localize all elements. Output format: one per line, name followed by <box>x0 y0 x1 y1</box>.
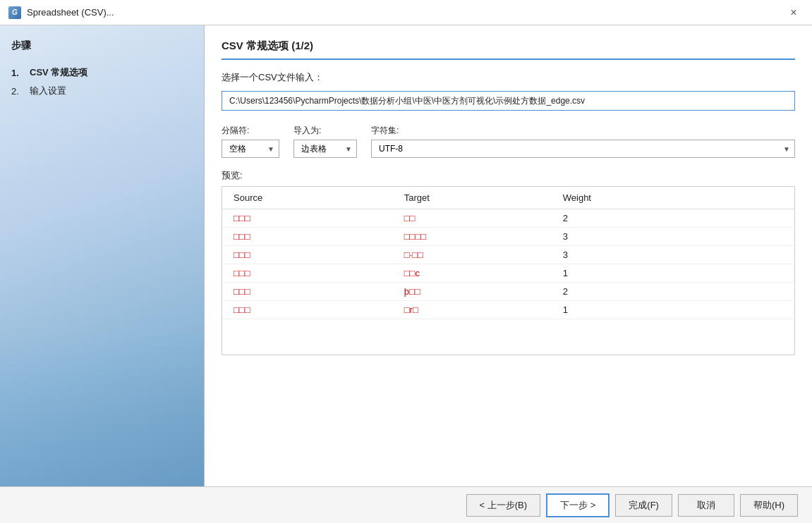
help-button[interactable]: 帮助(H) <box>740 494 798 517</box>
cell-weight-3: 1 <box>552 264 720 283</box>
separator-label: 分隔符: <box>222 125 279 137</box>
preview-table-container[interactable]: Source Target Weight □□□□□2□□□□□□□3□□□□·… <box>222 186 795 355</box>
col-header-source: Source <box>222 187 393 209</box>
cell-extra-2 <box>720 246 794 264</box>
title-bar-title: Spreadsheet (CSV)... <box>27 7 114 18</box>
preview-table: Source Target Weight □□□□□2□□□□□□□3□□□□·… <box>222 187 794 319</box>
import-as-select-wrapper: 边表格 节点表格 ▼ <box>293 140 357 158</box>
step-label-1: CSV 常规选项 <box>30 66 87 79</box>
cell-source-0: □□□ <box>222 209 393 228</box>
title-bar: G Spreadsheet (CSV)... × <box>0 0 812 25</box>
table-row: □□□þ□□2 <box>222 283 794 301</box>
footer: < 上一步(B) 下一步 > 完成(F) 取消 帮助(H) <box>0 486 812 523</box>
main-container: 步骤 1. CSV 常规选项 2. 输入设置 CSV 常规选项 (1/2) 选择… <box>0 25 812 486</box>
separator-select-wrapper: 空格 逗号 分号 制表符 ▼ <box>222 140 279 158</box>
separator-select[interactable]: 空格 逗号 分号 制表符 <box>222 140 279 157</box>
charset-select[interactable]: UTF-8 GBK GB2312 ISO-8859-1 <box>372 140 794 157</box>
cell-source-1: □□□ <box>222 228 393 246</box>
separator-group: 分隔符: 空格 逗号 分号 制表符 ▼ <box>222 125 279 158</box>
file-section: 选择一个CSV文件输入： <box>222 71 795 111</box>
cell-source-5: □□□ <box>222 301 393 319</box>
options-row: 分隔符: 空格 逗号 分号 制表符 ▼ 导入为: 边表格 节点表格 <box>222 125 795 158</box>
col-header-extra <box>720 187 794 209</box>
preview-label: 预览: <box>222 169 795 182</box>
cell-target-5: □r□ <box>393 301 552 319</box>
charset-label: 字符集: <box>371 125 795 137</box>
app-icon: G <box>8 6 21 19</box>
import-as-group: 导入为: 边表格 节点表格 ▼ <box>293 125 357 158</box>
sidebar-steps: 1. CSV 常规选项 2. 输入设置 <box>11 63 193 100</box>
cell-target-1: □□□□ <box>393 228 552 246</box>
title-bar-left: G Spreadsheet (CSV)... <box>8 6 114 19</box>
close-button[interactable]: × <box>784 3 804 23</box>
cancel-button[interactable]: 取消 <box>678 494 734 517</box>
cell-target-3: □□c <box>393 264 552 283</box>
step-num-1: 1. <box>11 68 25 78</box>
cell-weight-2: 3 <box>552 246 720 264</box>
prev-button[interactable]: < 上一步(B) <box>466 494 541 517</box>
cell-source-2: □□□ <box>222 246 393 264</box>
charset-group: 字符集: UTF-8 GBK GB2312 ISO-8859-1 ▼ <box>371 125 795 158</box>
preview-section: 预览: Source Target Weight □□□□□2□□□□□□□3□… <box>222 169 795 472</box>
charset-select-wrapper: UTF-8 GBK GB2312 ISO-8859-1 ▼ <box>371 140 795 158</box>
cell-target-4: þ□□ <box>393 283 552 301</box>
content-header: CSV 常规选项 (1/2) <box>222 39 795 60</box>
sidebar: 步骤 1. CSV 常规选项 2. 输入设置 <box>0 25 205 486</box>
cell-extra-1 <box>720 228 794 246</box>
table-row: □□□□□c1 <box>222 264 794 283</box>
cell-weight-5: 1 <box>552 301 720 319</box>
col-header-target: Target <box>393 187 552 209</box>
finish-button[interactable]: 完成(F) <box>615 494 672 517</box>
cell-weight-0: 2 <box>552 209 720 228</box>
cell-extra-0 <box>720 209 794 228</box>
sidebar-title: 步骤 <box>11 39 193 52</box>
file-label: 选择一个CSV文件输入： <box>222 71 795 84</box>
cell-source-4: □□□ <box>222 283 393 301</box>
table-row: □□□□□□□3 <box>222 228 794 246</box>
cell-extra-4 <box>720 283 794 301</box>
content-area: CSV 常规选项 (1/2) 选择一个CSV文件输入： 分隔符: 空格 逗号 分… <box>205 25 812 486</box>
table-row: □□□□r□1 <box>222 301 794 319</box>
sidebar-background <box>0 331 204 486</box>
step-num-2: 2. <box>11 86 25 97</box>
next-button[interactable]: 下一步 > <box>546 493 610 517</box>
sidebar-step-2: 2. 输入设置 <box>11 82 193 100</box>
col-header-weight: Weight <box>552 187 720 209</box>
sidebar-step-1: 1. CSV 常规选项 <box>11 63 193 82</box>
cell-extra-3 <box>720 264 794 283</box>
cell-target-2: □·□□ <box>393 246 552 264</box>
table-row: □□□□·□□3 <box>222 246 794 264</box>
import-as-select[interactable]: 边表格 节点表格 <box>294 140 356 157</box>
file-path-input[interactable] <box>222 91 795 111</box>
import-as-label: 导入为: <box>293 125 357 137</box>
cell-source-3: □□□ <box>222 264 393 283</box>
cell-target-0: □□ <box>393 209 552 228</box>
table-row: □□□□□2 <box>222 209 794 228</box>
step-label-2: 输入设置 <box>30 85 66 97</box>
cell-weight-1: 3 <box>552 228 720 246</box>
cell-extra-5 <box>720 301 794 319</box>
cell-weight-4: 2 <box>552 283 720 301</box>
